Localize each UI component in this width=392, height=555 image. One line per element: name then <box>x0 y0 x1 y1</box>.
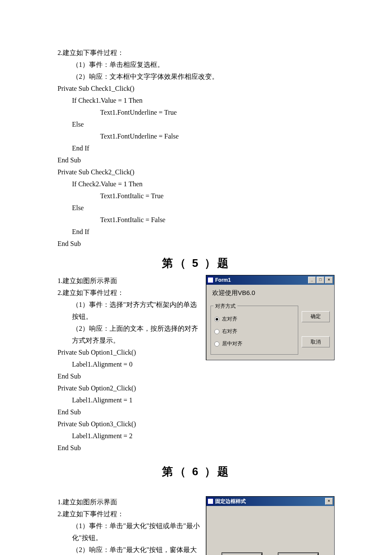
code-line: Private Sub Check1_Click() <box>58 83 334 95</box>
ok-button[interactable]: 确定 <box>302 311 330 322</box>
code-line: End If <box>58 142 334 154</box>
code-line: Private Sub Option3_Click() <box>58 418 334 430</box>
option-right-align[interactable]: 右对齐 <box>214 325 294 338</box>
alignment-frame: 对齐方式 左对齐 右对齐 居中对齐 <box>210 306 298 355</box>
close-icon[interactable]: × <box>325 498 333 505</box>
q4-step2: 2.建立如下事件过程： <box>58 47 334 59</box>
code-line: If Check1.Value = 1 Then <box>58 95 334 107</box>
frame-caption: 对齐方式 <box>213 303 237 310</box>
code-line: Text1.FontUnderline = True <box>58 107 334 119</box>
q5-step1: 1.建立如图所示界面 <box>58 275 202 287</box>
minimize-button[interactable]: 最小化 <box>278 553 318 555</box>
q5-response: （2）响应：上面的文本，按所选择的对齐方式对齐显示。 <box>58 323 202 347</box>
q4-event: （1）事件：单击相应复选框。 <box>58 59 334 71</box>
code-line: Label1.Alignment = 0 <box>58 358 202 370</box>
window-title: 固定边框样式 <box>215 498 246 505</box>
option-label: 右对齐 <box>222 328 237 335</box>
form-icon <box>208 498 213 504</box>
option-label: 左对齐 <box>222 315 237 323</box>
window-title: Form1 <box>215 277 231 283</box>
code-line: Private Sub Check2_Click() <box>58 166 334 178</box>
welcome-label: 欢迎使用VB6.0 <box>210 287 330 304</box>
question-5-heading: 第（ 5 ）题 <box>58 256 334 271</box>
option-left-align[interactable]: 左对齐 <box>214 313 294 325</box>
code-line: End Sub <box>58 406 334 418</box>
titlebar[interactable]: Form1 _ □ × <box>206 275 334 285</box>
code-line: End Sub <box>58 442 334 454</box>
code-line: Text1.FontUnderline = False <box>58 130 334 142</box>
q5-event: （1）事件：选择"对齐方式"框架内的单选按钮。 <box>58 299 202 323</box>
vb-form1-window: Form1 _ □ × 欢迎使用VB6.0 对齐方式 左对齐 <box>206 275 334 360</box>
code-line: Private Sub Option2_Click() <box>58 382 334 394</box>
radio-icon[interactable] <box>214 317 219 322</box>
q6-step1: 1.建立如图所示界面 <box>58 496 202 508</box>
q4-response: （2）响应：文本框中文字字体效果作相应改变。 <box>58 71 334 83</box>
form-icon <box>208 277 213 283</box>
option-label: 居中对齐 <box>222 340 242 347</box>
vb-fixed-border-window: 固定边框样式 × 最大化 最小化 <box>206 496 334 555</box>
code-line: Else <box>58 119 334 130</box>
close-icon[interactable]: × <box>325 277 333 283</box>
option-center-align[interactable]: 居中对齐 <box>214 338 294 350</box>
code-line: Text1.FontItalic = False <box>58 214 334 226</box>
code-line: Private Sub Option1_Click() <box>58 347 202 358</box>
q5-step2: 2.建立如下事件过程： <box>58 287 202 299</box>
code-line: End If <box>58 226 334 238</box>
code-line: End Sub <box>58 154 334 166</box>
radio-icon[interactable] <box>214 341 219 347</box>
code-line: Label1.Alignment = 1 <box>58 394 334 406</box>
code-line: Text1.FontItalic = True <box>58 190 334 202</box>
code-line: End Sub <box>58 370 202 382</box>
q6-event: （1）事件：单击"最大化"按钮或单击"最小化"按钮。 <box>58 520 202 544</box>
q6-response: （2）响应：单击"最大化"按钮，窗体最大化；单击"最小化"按钮，使窗体最小化。 <box>58 544 202 555</box>
code-line: Label1.Alignment = 2 <box>58 430 334 442</box>
cancel-button[interactable]: 取消 <box>302 336 330 347</box>
question-6-heading: 第（ 6 ）题 <box>58 464 334 479</box>
code-line: Else <box>58 202 334 214</box>
q6-step2: 2.建立如下事件过程： <box>58 508 202 520</box>
minimize-icon[interactable]: _ <box>308 277 316 283</box>
code-line: If Check2.Value = 1 Then <box>58 178 334 190</box>
radio-icon[interactable] <box>214 329 219 334</box>
code-line: End Sub <box>58 238 334 250</box>
maximize-button[interactable]: 最大化 <box>222 553 262 555</box>
maximize-icon[interactable]: □ <box>317 277 324 283</box>
titlebar[interactable]: 固定边框样式 × <box>206 497 334 506</box>
